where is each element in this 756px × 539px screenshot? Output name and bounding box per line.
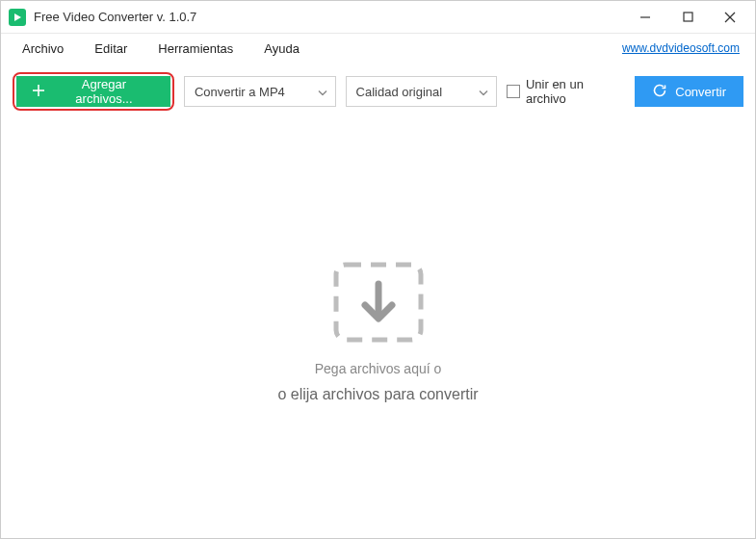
- chevron-down-icon: [318, 85, 327, 99]
- merge-checkbox[interactable]: Unir en un archivo: [507, 77, 625, 106]
- format-selected-label: Convertir a MP4: [195, 85, 285, 99]
- menu-ayuda[interactable]: Ayuda: [254, 38, 309, 60]
- maximize-button[interactable]: [666, 3, 709, 32]
- convert-button[interactable]: Convertir: [635, 76, 743, 107]
- plus-icon: [32, 84, 45, 100]
- quality-selected-label: Calidad original: [356, 85, 443, 99]
- checkbox-box-icon: [507, 85, 520, 98]
- add-files-button[interactable]: Agregar archivos...: [16, 76, 170, 107]
- titlebar: Free Video Converter v. 1.0.7: [1, 1, 755, 34]
- convert-label: Convertir: [675, 85, 726, 99]
- window-controls: [624, 3, 751, 32]
- add-files-highlight: Agregar archivos...: [13, 72, 174, 111]
- merge-label: Unir en un archivo: [526, 77, 625, 106]
- svg-rect-1: [684, 13, 692, 21]
- dropzone-text-2: o elija archivos para convertir: [277, 386, 478, 403]
- menu-archivo[interactable]: Archivo: [13, 38, 73, 60]
- dropzone[interactable]: Pega archivos aquí o o elija archivos pa…: [1, 120, 755, 539]
- website-link[interactable]: www.dvdvideosoft.com: [622, 41, 743, 55]
- dropzone-box: [332, 261, 425, 344]
- add-files-label: Agregar archivos...: [53, 77, 155, 106]
- minimize-icon: [639, 12, 651, 23]
- minimize-button[interactable]: [624, 3, 666, 32]
- menu-herramientas[interactable]: Herramientas: [148, 38, 243, 60]
- maximize-icon: [683, 12, 693, 22]
- window-title: Free Video Converter v. 1.0.7: [34, 10, 196, 24]
- app-icon: [9, 9, 26, 26]
- quality-select[interactable]: Calidad original: [346, 76, 498, 107]
- menubar: Archivo Editar Herramientas Ayuda www.dv…: [1, 34, 755, 63]
- download-arrow-icon: [332, 261, 425, 344]
- refresh-icon: [652, 83, 667, 101]
- dropzone-text-1: Pega archivos aquí o: [315, 361, 442, 376]
- chevron-down-icon: [479, 85, 488, 99]
- close-button[interactable]: [709, 3, 751, 32]
- format-select[interactable]: Convertir a MP4: [184, 76, 336, 107]
- close-icon: [724, 12, 736, 23]
- menu-editar[interactable]: Editar: [85, 38, 137, 60]
- toolbar: Agregar archivos... Convertir a MP4 Cali…: [1, 63, 755, 120]
